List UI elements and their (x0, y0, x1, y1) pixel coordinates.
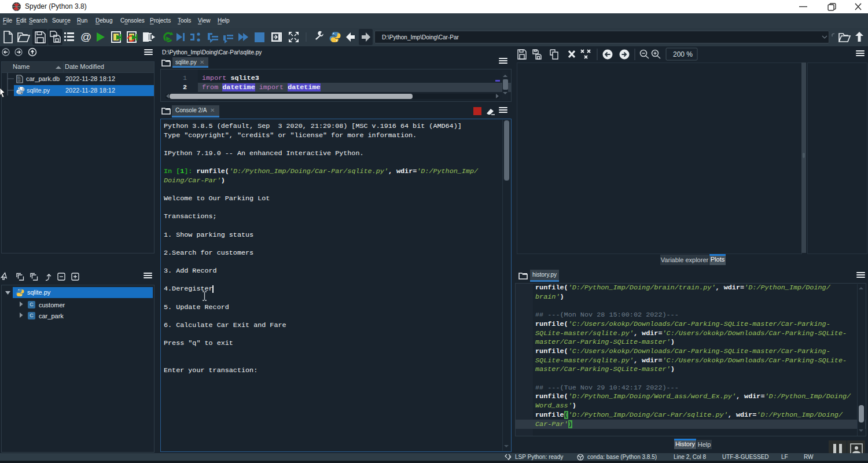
svg-text:200 %: 200 % (673, 50, 693, 58)
svg-text:@: @ (80, 31, 91, 43)
svg-text:10: 10 (17, 79, 21, 82)
